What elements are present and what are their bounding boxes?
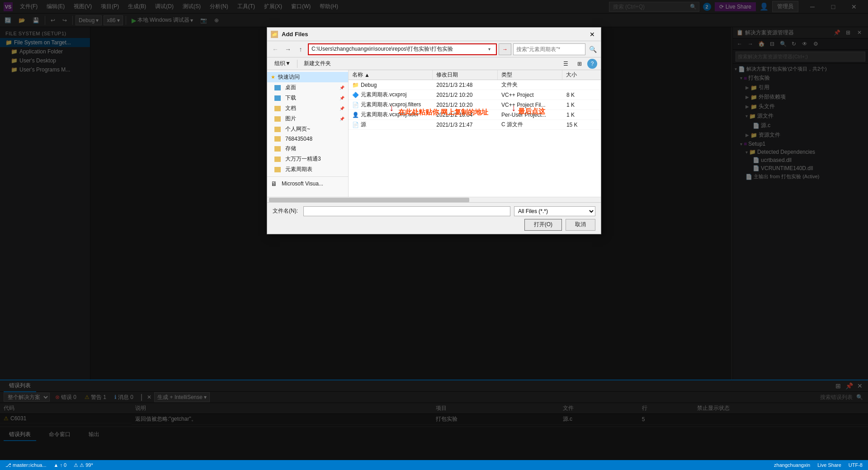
file-name-cell: 📄 源 [349, 120, 433, 129]
dialog-button-row: 打开(O) 取消 [273, 219, 595, 231]
dialog-up-button[interactable]: ↑ [295, 44, 306, 55]
folder-icon-nav-1 [274, 127, 281, 132]
nav-storage[interactable]: 存储 [267, 143, 348, 154]
organize-button[interactable]: 组织▼ [271, 59, 294, 69]
status-errors[interactable]: ▲ ↑ 0 [52, 462, 69, 468]
nav-personal[interactable]: 个人网页~ [267, 124, 348, 134]
new-folder-button[interactable]: 新建文件夹 [300, 59, 335, 69]
dialog-nav-panel: ★ 快速访问 桌面 📌 下载 📌 文档 📌 [267, 70, 349, 197]
nav-documents[interactable]: 文档 📌 [267, 103, 348, 114]
dialog-address-bar: ← → ↑ C:\Users\zhangchuangxin\source\rep… [267, 41, 601, 57]
nav-768435048[interactable]: 768435048 [267, 134, 348, 143]
file-type-icon: 👤 [352, 112, 359, 118]
col-header-size[interactable]: 大小 [562, 70, 601, 80]
dialog-back-button[interactable]: ← [270, 44, 281, 55]
status-live-share[interactable]: Live Share [816, 462, 843, 468]
file-type-icon: 📄 [352, 122, 359, 128]
view-list-btn[interactable]: ☰ [560, 59, 572, 69]
address-go-button[interactable]: → [499, 43, 511, 55]
cancel-button[interactable]: 取消 [566, 219, 595, 231]
filename-row: 文件名(N): All Files (*.*) [273, 206, 595, 216]
status-encoding[interactable]: UTF-8 [847, 462, 864, 468]
file-name-cell: 📁 Debug [349, 81, 433, 89]
dialog-toolbar: 组织▼ 新建文件夹 ☰ ⊞ ? [267, 57, 601, 70]
pics-icon [274, 116, 281, 122]
status-git[interactable]: ⎇ master↕ichua... [4, 462, 48, 468]
dialog-sep [297, 60, 297, 68]
file-size-cell: 8 K [563, 91, 601, 99]
filetype-dropdown[interactable]: All Files (*.*) [514, 206, 595, 216]
folder-icon-nav-5 [274, 167, 281, 172]
dialog-folder-icon: 📁 [271, 31, 278, 38]
file-name-cell: 👤 元素周期表.vcxproj.user [349, 110, 433, 119]
dialog-file-list: 名称 ▲ 修改日期 类型 大小 📁 Debug 2021/1/3 21:48 文… [349, 70, 601, 197]
dialog-footer: 文件名(N): All Files (*.*) 打开(O) 取消 [267, 202, 601, 234]
help-btn[interactable]: ? [587, 59, 597, 69]
dialog-close-button[interactable]: ✕ [587, 29, 597, 39]
address-text: C:\Users\zhangchuangxin\source\repos\打包实… [311, 45, 483, 53]
status-bar: ⎇ master↕ichua... ▲ ↑ 0 ⚠ ⚠ 99* zhangchu… [0, 460, 868, 470]
nav-quick-access[interactable]: ★ 快速访问 [267, 72, 348, 82]
nav-downloads[interactable]: 下载 📌 [267, 93, 348, 103]
modal-backdrop: 📁 Add Files ✕ ← → ↑ C:\Users\zhangchuang… [0, 0, 868, 470]
file-date-cell: 2021/1/3 21:48 [433, 81, 498, 89]
desktop-icon [274, 85, 281, 90]
pin-icon-4: 📌 [340, 117, 344, 121]
nav-element-table[interactable]: 元素周期表 [267, 164, 348, 175]
add-files-dialog: 📁 Add Files ✕ ← → ↑ C:\Users\zhangchuang… [267, 27, 601, 234]
file-date-cell: 2021/1/2 10:20 [433, 91, 498, 99]
download-icon [274, 95, 281, 101]
folder-icon-nav-2 [274, 136, 281, 142]
sort-icon: ▲ [364, 72, 370, 78]
address-box: C:\Users\zhangchuangxin\source\repos\打包实… [308, 43, 497, 55]
file-date-cell: 2021/1/3 21:47 [433, 121, 498, 129]
list-item[interactable]: 👤 元素周期表.vcxproj.user 2021/1/2 10:04 Per-… [349, 110, 601, 120]
file-date-cell: 2021/1/2 10:04 [433, 111, 498, 119]
dialog-title-bar: 📁 Add Files ✕ [267, 28, 601, 41]
open-button[interactable]: 打开(O) [524, 219, 562, 231]
list-item[interactable]: 📁 Debug 2021/1/3 21:48 文件夹 [349, 80, 601, 90]
scrollbar-thumb[interactable] [269, 198, 469, 202]
filename-input[interactable] [303, 206, 510, 216]
star-icon: ★ [271, 74, 275, 80]
file-type-icon: 📁 [352, 82, 359, 88]
status-warnings[interactable]: ⚠ ⚠ 99* [72, 462, 95, 468]
file-size-cell: 1 K [563, 101, 601, 109]
file-name-cell: 🔷 元素周期表.vcxproj [349, 90, 433, 100]
col-header-name[interactable]: 名称 ▲ [349, 70, 433, 80]
pin-icon: 📌 [340, 85, 344, 90]
dialog-search-input[interactable] [513, 43, 585, 55]
col-header-date[interactable]: 修改日期 [433, 70, 498, 80]
file-size-cell: 15 K [563, 121, 601, 129]
file-name-cell: 📄 元素周期表.vcxproj.filters [349, 100, 433, 109]
file-type-cell: VC++ Project [498, 91, 563, 99]
dialog-scrollbar[interactable] [267, 197, 601, 202]
git-icon: ⎇ [5, 462, 11, 468]
dialog-search-btn[interactable]: 🔍 [587, 44, 598, 55]
nav-dawan[interactable]: 大万万一精通3 [267, 154, 348, 164]
file-rows-container: 📁 Debug 2021/1/3 21:48 文件夹 🔷 元素周期表.vcxpr… [349, 80, 601, 130]
dialog-forward-button[interactable]: → [283, 44, 293, 55]
list-item[interactable]: 📄 源 2021/1/3 21:47 C 源文件 15 K [349, 120, 601, 130]
list-item[interactable]: 📄 元素周期表.vcxproj.filters 2021/1/2 10:20 V… [349, 100, 601, 110]
file-date-cell: 2021/1/2 10:20 [433, 101, 498, 109]
status-error-icon: ▲ [54, 462, 59, 468]
file-list-header: 名称 ▲ 修改日期 类型 大小 [349, 70, 601, 80]
folder-icon-nav-3 [274, 146, 281, 152]
file-type-cell: Per-User Project... [498, 111, 563, 119]
app-icon: 🖥 [271, 180, 277, 187]
dialog-body: ★ 快速访问 桌面 📌 下载 📌 文档 📌 [267, 70, 601, 197]
view-details-btn[interactable]: ⊞ [574, 59, 585, 69]
col-header-type[interactable]: 类型 [498, 70, 563, 80]
nav-pictures[interactable]: 图片 📌 [267, 114, 348, 124]
address-dropdown-button[interactable]: ▾ [485, 44, 493, 55]
file-type-icon: 🔷 [352, 92, 359, 98]
folder-icon-nav-4 [274, 157, 281, 162]
status-warning-icon: ⚠ [74, 462, 78, 468]
status-user[interactable]: zhangchuangxin [772, 462, 812, 468]
docs-icon [274, 106, 281, 111]
list-item[interactable]: 🔷 元素周期表.vcxproj 2021/1/2 10:20 VC++ Proj… [349, 90, 601, 100]
view-controls: ☰ ⊞ ? [560, 59, 597, 69]
nav-microsoft-visual[interactable]: 🖥 Microsoft Visua... [267, 179, 348, 189]
nav-desktop[interactable]: 桌面 📌 [267, 82, 348, 93]
